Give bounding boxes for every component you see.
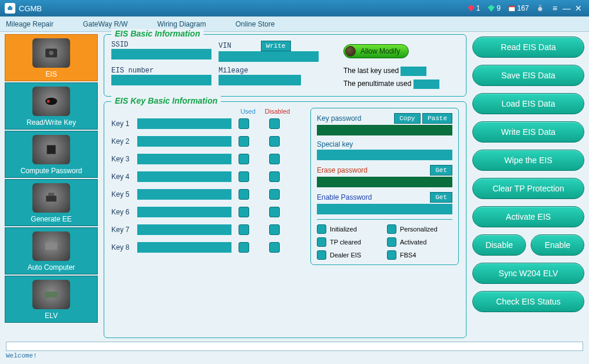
key1-value [137,118,231,129]
get-erase-button[interactable]: Get [430,165,452,176]
key-fob-icon [32,87,70,116]
svg-point-8 [47,100,50,103]
allow-modify-toggle[interactable]: Allow Modify [343,44,409,58]
medal-icon [536,4,545,12]
ssid-label: SSID [111,41,211,49]
board-icon [32,280,70,309]
eis-basic-info-group: EIS Basic Information SSID VIN Write [104,34,466,97]
key4-disabled-checkbox[interactable] [269,171,280,182]
menubar: Mileage Repair GateWay R/W Wiring Diagra… [0,16,589,32]
special-key-value [317,150,452,160]
tpcleared-checkbox[interactable] [317,237,326,247]
menu-mileage-repair[interactable]: Mileage Repair [6,20,54,28]
key-right-panel: Key password Copy Paste Special key [310,108,459,265]
gem-red-stat: 1 [467,4,481,12]
menu-icon[interactable]: ≡ [549,4,561,13]
status-dealer-eis: Dealer EIS [317,250,382,260]
main-panel: EIS Basic Information SSID VIN Write [98,34,472,338]
save-eis-button[interactable]: Save EIS Data [472,65,584,86]
menu-wiring-diagram[interactable]: Wiring Diagram [157,20,206,28]
sidebar-item-generate-ee[interactable]: Generate EE [5,179,98,226]
gem-green-stat: 9 [487,4,501,12]
key6-used-checkbox[interactable] [239,207,249,217]
personalized-checkbox[interactable] [387,224,396,234]
check-eis-status-button[interactable]: Check EIS Status [472,291,584,312]
sidebar: EIS Read/Write Key Compute Password Gene… [5,34,98,338]
dealer-checkbox[interactable] [317,250,326,260]
enable-button[interactable]: Enable [531,234,584,256]
penultimate-label: The penultimate used [343,80,411,88]
close-button[interactable]: ✕ [573,4,584,13]
menu-gateway-rw[interactable]: GateWay R/W [83,20,128,28]
app-icon [5,3,15,14]
wipe-eis-button[interactable]: Wipe the EIS [472,150,584,171]
key5-used-checkbox[interactable] [239,189,249,200]
sync-w204-button[interactable]: Sync W204 ELV [472,263,584,284]
key4-value [137,171,231,182]
write-eis-button[interactable]: Write EIS Data [472,121,584,143]
titlebar: CGMB 1 9 167 ≡ — ✕ [0,0,589,16]
svg-rect-11 [48,193,54,196]
menu-online-store[interactable]: Online Store [236,20,275,28]
svg-point-6 [49,51,54,55]
key-row-7: Key 7 [111,224,300,235]
eis-icon [32,38,70,68]
svg-rect-9 [47,145,56,154]
enable-password-value [317,204,452,214]
sidebar-item-elv[interactable]: ELV [5,276,98,323]
eis-basic-legend: EIS Basic Information [111,29,204,38]
activated-checkbox[interactable] [387,237,396,247]
status-fbs4: FBS4 [387,250,452,260]
key2-value [137,136,231,147]
key5-value [137,189,231,200]
key8-used-checkbox[interactable] [239,242,249,253]
sidebar-item-readwrite-key[interactable]: Read/Write Key [5,82,98,130]
disable-button[interactable]: Disable [472,234,526,256]
disabled-header: Disabled [261,108,294,115]
sidebar-item-eis[interactable]: EIS [5,34,98,81]
key5-disabled-checkbox[interactable] [269,189,280,200]
status-tp-cleared: TP cleared [317,237,382,247]
key1-disabled-checkbox[interactable] [269,118,280,129]
app-title: CGMB [19,4,42,13]
minimize-button[interactable]: — [561,4,573,13]
used-header: Used [235,108,261,115]
key7-value [137,224,231,235]
key-row-3: Key 3 [111,154,300,164]
sidebar-item-auto-computer[interactable]: Auto Computer [5,227,98,274]
key4-used-checkbox[interactable] [239,171,249,182]
paste-button[interactable]: Paste [422,113,452,124]
svg-rect-0 [8,7,12,10]
load-eis-button[interactable]: Load EIS Data [472,93,584,114]
write-vin-button[interactable]: Write [261,41,291,51]
svg-rect-12 [45,243,57,250]
special-key-label: Special key [317,140,353,148]
enable-password-label: Enable Password [317,193,372,201]
key7-used-checkbox[interactable] [239,224,249,235]
eis-number-value [111,75,211,85]
action-panel: Read EIS Data Save EIS Data Load EIS Dat… [472,34,584,338]
fbs4-checkbox[interactable] [387,250,396,260]
key2-disabled-checkbox[interactable] [269,136,280,147]
key7-disabled-checkbox[interactable] [269,224,280,235]
svg-rect-1 [9,6,11,7]
status-activated: Activated [387,237,452,247]
key-row-8: Key 8 [111,242,300,253]
svg-rect-13 [45,292,58,297]
initialized-checkbox[interactable] [317,224,326,234]
clear-tp-button[interactable]: Clear TP Protection [472,178,584,199]
key1-used-checkbox[interactable] [239,118,249,129]
get-enable-button[interactable]: Get [430,192,452,203]
key8-disabled-checkbox[interactable] [269,242,280,253]
key3-used-checkbox[interactable] [239,154,249,164]
printer-icon [32,183,70,213]
ssid-value [111,49,211,59]
sidebar-item-compute-password[interactable]: Compute Password [5,131,98,178]
key6-disabled-checkbox[interactable] [269,207,280,217]
activate-eis-button[interactable]: Activate EIS [472,206,584,227]
key3-disabled-checkbox[interactable] [269,154,280,164]
key2-used-checkbox[interactable] [239,136,249,147]
copy-button[interactable]: Copy [394,113,420,124]
read-eis-button[interactable]: Read EIS Data [472,37,584,58]
key-row-2: Key 2 [111,136,300,147]
